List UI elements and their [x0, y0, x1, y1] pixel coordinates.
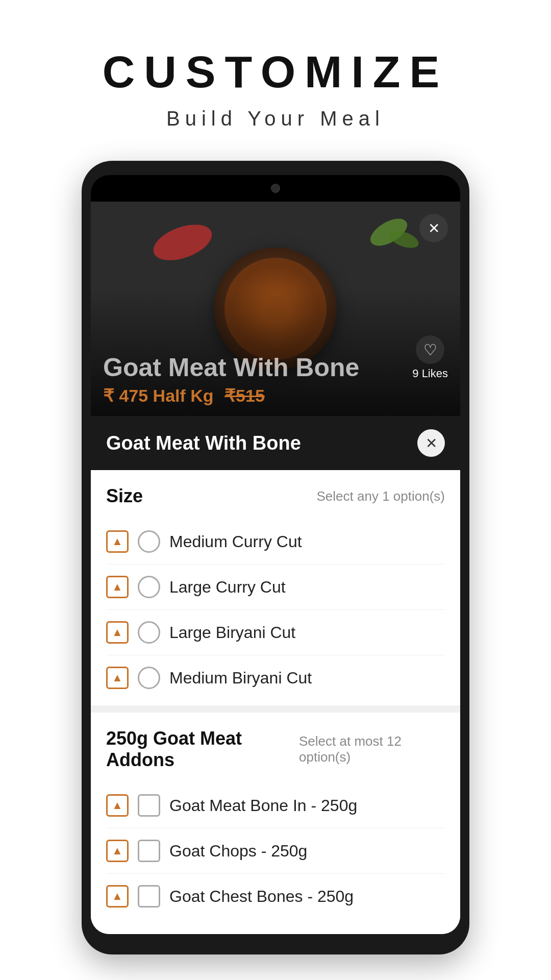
sheet-close-button[interactable]: ✕	[417, 429, 445, 457]
checkbox-goat-bone-in[interactable]	[138, 794, 160, 817]
size-option-label: Large Biryani Cut	[169, 623, 295, 642]
page-header: CUSTOMIZE Build Your Meal	[0, 0, 551, 161]
info-triangle-icon	[106, 794, 129, 817]
addons-section: 250g Goat Meat Addons Select at most 12 …	[91, 713, 460, 919]
size-section: Size Select any 1 option(s) Medium Curry…	[91, 470, 460, 700]
info-triangle-icon	[106, 840, 129, 862]
info-triangle-icon	[106, 530, 129, 553]
sheet-header: Goat Meat With Bone ✕	[91, 416, 460, 470]
addon-goat-chest-bones[interactable]: Goat Chest Bones - 250g	[106, 874, 445, 919]
sheet-content: Size Select any 1 option(s) Medium Curry…	[91, 470, 460, 934]
size-option-label: Medium Curry Cut	[169, 532, 302, 551]
info-triangle-icon	[106, 621, 129, 644]
size-section-hint: Select any 1 option(s)	[317, 488, 445, 504]
red-garnish-decoration	[148, 217, 216, 267]
addons-section-header: 250g Goat Meat Addons Select at most 12 …	[106, 728, 445, 771]
size-section-title: Size	[106, 485, 143, 507]
radio-large-curry[interactable]	[138, 576, 160, 598]
hero-price: ₹ 475 Half Kg ₹515	[103, 385, 359, 406]
bottom-sheet: Goat Meat With Bone ✕ Size Select any 1 …	[91, 416, 460, 934]
addon-option-label: Goat Chops - 250g	[169, 842, 307, 861]
radio-large-biryani[interactable]	[138, 621, 160, 644]
addons-section-hint: Select at most 12 option(s)	[299, 733, 445, 765]
checkbox-goat-chest-bones[interactable]	[138, 885, 160, 908]
size-option-medium-curry[interactable]: Medium Curry Cut	[106, 519, 445, 565]
app-screen: ✕ ♡ 9 Likes Goat Meat With Bone ₹ 475 Ha…	[91, 202, 460, 934]
heart-icon[interactable]: ♡	[416, 335, 444, 364]
phone-notch	[91, 175, 460, 202]
camera-dot	[271, 184, 280, 193]
size-option-medium-biryani[interactable]: Medium Biryani Cut	[106, 655, 445, 700]
price-label: ₹ 475 Half Kg	[103, 386, 214, 405]
addon-goat-bone-in[interactable]: Goat Meat Bone In - 250g	[106, 783, 445, 828]
addon-option-label: Goat Meat Bone In - 250g	[169, 796, 357, 815]
addons-section-title: 250g Goat Meat Addons	[106, 728, 299, 771]
page-subtitle: Build Your Meal	[0, 107, 551, 130]
page-title: CUSTOMIZE	[0, 46, 551, 98]
sheet-product-title: Goat Meat With Bone	[106, 432, 301, 454]
hero-product-name: Goat Meat With Bone	[103, 353, 359, 383]
hero-area: ✕ ♡ 9 Likes Goat Meat With Bone ₹ 475 Ha…	[91, 202, 460, 416]
info-triangle-icon	[106, 885, 129, 908]
size-section-header: Size Select any 1 option(s)	[106, 485, 445, 507]
radio-medium-biryani[interactable]	[138, 667, 160, 689]
checkbox-goat-chops[interactable]	[138, 840, 160, 862]
size-option-label: Medium Biryani Cut	[169, 669, 312, 688]
likes-count: 9 Likes	[412, 367, 448, 380]
info-triangle-icon	[106, 576, 129, 598]
info-triangle-icon	[106, 667, 129, 689]
like-button-area[interactable]: ♡ 9 Likes	[412, 335, 448, 380]
radio-medium-curry[interactable]	[138, 530, 160, 553]
original-price: ₹515	[224, 386, 265, 405]
addon-option-label: Goat Chest Bones - 250g	[169, 887, 354, 906]
section-divider	[91, 705, 460, 713]
size-option-large-biryani[interactable]: Large Biryani Cut	[106, 610, 445, 655]
size-option-large-curry[interactable]: Large Curry Cut	[106, 565, 445, 610]
hero-close-button[interactable]: ✕	[419, 214, 448, 242]
size-option-label: Large Curry Cut	[169, 578, 286, 597]
addon-goat-chops[interactable]: Goat Chops - 250g	[106, 828, 445, 874]
phone-mockup: ✕ ♡ 9 Likes Goat Meat With Bone ₹ 475 Ha…	[82, 161, 469, 954]
hero-text-area: Goat Meat With Bone ₹ 475 Half Kg ₹515	[103, 353, 359, 406]
